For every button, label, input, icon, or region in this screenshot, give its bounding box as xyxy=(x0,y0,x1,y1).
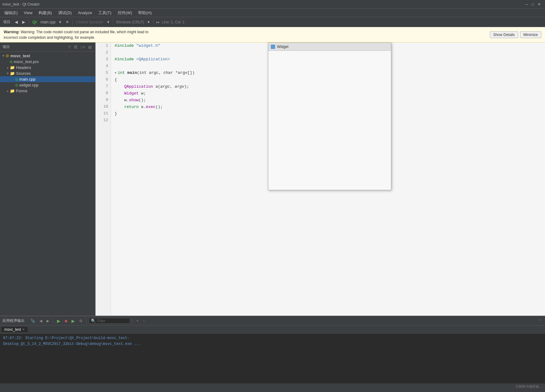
code-editor[interactable]: 1 2 3 4 5 6 7 8 9 10 11 12 #include "wid… xyxy=(96,42,545,316)
sidebar-add-btn[interactable]: □+ xyxy=(79,44,86,50)
widget-icon xyxy=(271,45,275,49)
line-num-7: 7 xyxy=(98,83,108,90)
warning-label: Warning: xyxy=(4,30,20,34)
bottom-sep1 xyxy=(53,318,53,324)
sidebar-tools: ▽ ⛓ □+ ▤ xyxy=(67,44,93,50)
tree-item-forms[interactable]: ▸ 📁 Forms xyxy=(0,88,95,94)
main-layout: 项目 ▽ ⛓ □+ ▤ ▼ ⚙ msvc_test ▸ G msvc_test.… xyxy=(0,42,545,316)
settings-bottom-btn[interactable]: ⚙ xyxy=(78,318,84,324)
sources-folder-icon: 📁 xyxy=(10,71,15,76)
tree-arrow-forms: ▸ xyxy=(6,89,10,93)
tree-item-pro[interactable]: ▸ G msvc_test.pro xyxy=(0,59,95,65)
project-tree: ▼ ⚙ msvc_test ▸ G msvc_test.pro ▸ 📁 Head… xyxy=(0,52,95,95)
tree-item-main-cpp[interactable]: ▸ G main.cpp xyxy=(0,76,95,82)
sidebar-settings-btn[interactable]: ▤ xyxy=(87,44,93,50)
tree-label-pro: msvc_test.pro xyxy=(14,59,39,64)
forms-folder-icon: 📁 xyxy=(10,89,15,93)
widget-body xyxy=(268,51,391,190)
menu-tools[interactable]: 工具(T) xyxy=(95,9,115,17)
bottom-sep3 xyxy=(132,318,132,324)
toolbar: 项目 ◀ ▶ Qt main.cpp ▾ ✕ <Select Symbol> ▾… xyxy=(0,17,545,27)
line-col-value: Line: 1, Col: 1 xyxy=(162,20,185,24)
bottom-sep2 xyxy=(86,318,87,324)
close-icon[interactable]: ✕ xyxy=(538,2,541,6)
line-col: ▸▸ xyxy=(155,20,161,24)
collapse-panel-btn[interactable]: ⌃ xyxy=(536,318,543,324)
cpp-file-icon-main: G xyxy=(15,78,18,81)
menu-controls[interactable]: 控件(W) xyxy=(115,9,135,17)
tree-label-main-cpp: main.cpp xyxy=(19,77,36,82)
toolbar-qt-icon[interactable]: Qt xyxy=(31,19,39,25)
tree-item-headers[interactable]: ▸ 📁 Headers xyxy=(0,65,95,70)
warning-actions: Show Details Minimize xyxy=(490,31,541,38)
minimize-button[interactable]: Minimize xyxy=(520,31,541,38)
menu-build[interactable]: 构建(B) xyxy=(35,9,55,17)
symbol-dropdown[interactable]: ▾ xyxy=(105,19,111,25)
sidebar-header: 项目 ▽ ⛓ □+ ▤ xyxy=(0,42,95,52)
toolbar-forward[interactable]: ▶ xyxy=(20,19,27,25)
tree-item-widget-cpp[interactable]: ▸ G widget.cpp xyxy=(0,82,95,88)
sidebar-link-btn[interactable]: ⛓ xyxy=(73,44,79,50)
output-tab-label: msvc_test xyxy=(4,327,21,332)
search-icon: 🔍 xyxy=(91,318,96,323)
project-icon: ⚙ xyxy=(6,54,9,58)
warning-msg1: Warning: The code model could not parse … xyxy=(21,30,148,34)
tree-label-msvc_test: msvc_test xyxy=(10,54,30,58)
output-content: 07:07:22: Starting D:\Project\Qt_Project… xyxy=(0,334,545,383)
menu-edit[interactable]: 编辑(E) xyxy=(1,9,21,17)
output-tab-msvc_test[interactable]: msvc_test ✕ xyxy=(1,327,28,332)
bottom-prev-btn[interactable]: ◀ xyxy=(38,318,44,324)
widget-preview-window: Widget xyxy=(268,42,391,190)
widget-title: Widget xyxy=(277,45,288,49)
sidebar-title: 项目 xyxy=(2,44,10,50)
menu-help[interactable]: 帮助(H) xyxy=(135,9,155,17)
tree-item-sources[interactable]: ▼ 📁 Sources xyxy=(0,70,95,76)
line-num-2: 2 xyxy=(98,49,108,56)
line-num-6: 6 xyxy=(98,76,108,83)
show-details-button[interactable]: Show Details xyxy=(490,31,518,38)
add-output-btn[interactable]: + xyxy=(135,318,140,324)
output-tab-close[interactable]: ✕ xyxy=(22,328,25,331)
project-label: 项目 xyxy=(1,18,12,26)
file-dropdown[interactable]: ▾ xyxy=(57,19,63,25)
menu-debug[interactable]: 调试(D) xyxy=(55,9,75,17)
sep3 xyxy=(113,19,113,25)
encoding-dropdown[interactable]: ▾ xyxy=(146,19,152,25)
tree-arrow-main: ▸ xyxy=(11,78,15,81)
run-debug-btn[interactable]: ▶ xyxy=(70,318,76,324)
watermark: CSDN ©须尽欢... xyxy=(516,384,542,389)
tree-arrow-pro: ▸ xyxy=(6,60,10,63)
run-btn[interactable]: ▶ xyxy=(55,318,62,324)
line-num-3: 3 xyxy=(98,56,108,63)
widget-title-bar: Widget xyxy=(268,43,391,51)
cpp-file-icon-widget: G xyxy=(15,83,18,87)
warning-msg2: incorrect code completion and highlighti… xyxy=(4,35,95,40)
sidebar-filter-btn[interactable]: ▽ xyxy=(67,44,72,50)
line-num-1: 1 xyxy=(98,42,108,49)
tree-item-msvc_test[interactable]: ▼ ⚙ msvc_test xyxy=(0,53,95,59)
tree-arrow-widget: ▸ xyxy=(11,83,15,87)
attach-btn[interactable]: 📎 xyxy=(29,318,37,324)
output-line-2: Desktop_Qt_5_14_2_MSVC2017_32bit-Debug\d… xyxy=(3,341,542,347)
toolbar-back[interactable]: ◀ xyxy=(13,19,20,25)
line-num-4: 4 xyxy=(98,63,108,70)
menu-view[interactable]: View xyxy=(21,9,35,16)
tree-label-widget-cpp: widget.cpp xyxy=(19,83,39,87)
tree-label-forms: Forms xyxy=(16,89,27,93)
filter-input-wrap: 🔍 xyxy=(89,318,130,324)
stop-btn[interactable]: ■ xyxy=(63,318,69,324)
line-num-5: 5 xyxy=(98,70,108,76)
maximize-icon[interactable]: □ xyxy=(532,2,534,6)
close-file[interactable]: ✕ xyxy=(64,19,71,25)
line-num-8: 8 xyxy=(98,90,108,97)
menu-analyze[interactable]: Analyze xyxy=(75,9,95,16)
title-bar: msvc_test - Qt Creator ─ □ ✕ xyxy=(0,0,545,9)
minimize-icon[interactable]: ─ xyxy=(525,2,528,6)
headers-folder-icon: 📁 xyxy=(10,65,15,70)
filter-input[interactable] xyxy=(97,319,128,323)
remove-output-btn[interactable]: − xyxy=(141,318,146,324)
sidebar: 项目 ▽ ⛓ □+ ▤ ▼ ⚙ msvc_test ▸ G msvc_test.… xyxy=(0,42,96,316)
tree-arrow-headers: ▸ xyxy=(6,66,10,69)
bottom-next-btn[interactable]: ▶ xyxy=(45,318,51,324)
sep4 xyxy=(153,19,153,25)
